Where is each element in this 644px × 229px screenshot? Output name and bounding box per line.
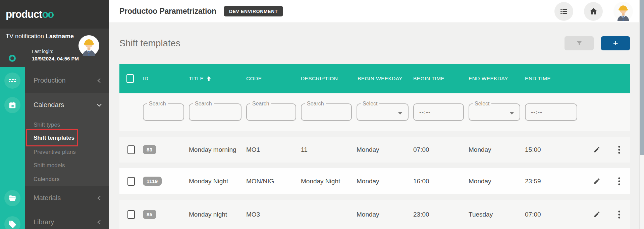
sidebar-item-library[interactable]: Library <box>34 218 54 226</box>
end-time-input[interactable] <box>526 104 577 120</box>
sidebar-item-shift-types[interactable]: Shift types <box>34 122 60 128</box>
end-weekday-select[interactable]: Select <box>469 103 520 121</box>
sidebar-item-production[interactable]: Production <box>34 77 66 84</box>
scrollbar-thumb[interactable] <box>640 0 644 155</box>
sidebar-item-calendars[interactable]: Calendars <box>34 101 64 109</box>
cell-begin-time: 16:00 <box>413 178 469 185</box>
list-menu-button[interactable] <box>554 2 573 21</box>
kebab-menu-icon <box>618 145 621 154</box>
home-icon <box>589 7 598 16</box>
page-actions: + <box>565 36 630 50</box>
column-header-end-time[interactable]: END TIME <box>525 76 582 82</box>
sort-ascending-icon <box>206 76 211 82</box>
table-filter-row: Search Search Search Search Select <box>119 93 630 131</box>
cell-end-time: 23:59 <box>525 178 582 185</box>
column-header-code[interactable]: CODE <box>246 76 301 82</box>
search-label: Search <box>147 101 168 107</box>
calendar-icon[interactable] <box>4 97 20 113</box>
column-header-description[interactable]: DESCRIPTION <box>301 76 357 82</box>
last-login-label: Last login: <box>32 49 53 54</box>
table-row[interactable]: 1119 Monday Night MON/NIG Monday Night M… <box>119 168 630 194</box>
user-lastname: Lastname <box>46 33 74 40</box>
begin-weekday-select[interactable]: Select <box>357 103 409 121</box>
column-header-id[interactable]: ID <box>143 76 189 82</box>
filter-button[interactable] <box>565 36 594 50</box>
kebab-menu-icon <box>618 210 621 219</box>
topbar-actions <box>554 2 633 21</box>
select-label: Select <box>361 101 379 107</box>
cell-end-time: 07:00 <box>525 211 582 218</box>
column-header-begin-time[interactable]: BEGIN TIME <box>413 76 469 82</box>
sidebar: productoo TV notification Lastname Last … <box>0 0 109 229</box>
row-checkbox[interactable] <box>127 210 135 219</box>
chevron-left-icon[interactable] <box>97 78 102 84</box>
title-search-field: Search <box>189 103 241 121</box>
row-menu-button[interactable] <box>616 144 622 155</box>
cell-begin-weekday: Monday <box>357 146 413 153</box>
edit-button[interactable] <box>592 176 602 186</box>
cell-begin-time: 07:00 <box>413 146 469 153</box>
pencil-icon <box>593 146 600 153</box>
sidebar-item-preventive-plans[interactable]: Preventive plans <box>34 149 76 155</box>
end-time-field <box>525 103 577 121</box>
table-row[interactable]: 85 Monday night MO3 Monday 23:00 Tuesday… <box>119 200 630 229</box>
folder-icon[interactable] <box>4 190 20 206</box>
environment-badge: DEV ENVIRONMENT <box>224 6 283 16</box>
cell-code: MO3 <box>246 211 301 218</box>
cell-description: Monday Night <box>301 178 357 185</box>
begin-time-input[interactable] <box>414 104 463 120</box>
select-all-checkbox[interactable] <box>126 74 134 83</box>
last-login-value: 10/9/2024, 04:56 PM <box>32 56 79 61</box>
profile-avatar[interactable] <box>613 2 633 21</box>
caret-down-icon <box>509 112 514 114</box>
sidebar-item-shift-templates[interactable]: Shift templates <box>34 135 74 141</box>
cell-begin-time: 23:00 <box>413 211 469 218</box>
sidebar-item-shift-models[interactable]: Shift models <box>34 162 65 169</box>
row-menu-button[interactable] <box>616 209 622 220</box>
column-header-end-weekday[interactable]: END WEEKDAY <box>469 76 525 82</box>
cell-title: Monday Night <box>189 178 246 185</box>
cell-begin-weekday: Monday <box>357 178 413 185</box>
chevron-left-icon[interactable] <box>97 195 102 201</box>
code-search-field: Search <box>246 103 296 121</box>
vertical-scrollbar[interactable] <box>639 0 644 229</box>
user-title: TV notification <box>6 33 44 40</box>
cell-end-weekday: Monday <box>469 178 525 185</box>
list-icon <box>559 7 568 16</box>
sidebar-item-materials[interactable]: Materials <box>34 194 61 202</box>
row-checkbox[interactable] <box>127 177 135 186</box>
status-ring-icon[interactable] <box>9 55 16 62</box>
plus-icon: + <box>613 39 618 47</box>
search-label: Search <box>305 101 326 107</box>
add-button[interactable]: + <box>601 36 630 50</box>
edit-button[interactable] <box>592 210 602 219</box>
cell-end-weekday: Monday <box>469 146 525 153</box>
column-header-begin-weekday[interactable]: BEGIN WEEKDAY <box>357 75 404 83</box>
cell-code: MO1 <box>246 146 301 153</box>
table-row[interactable]: 83 Monday morning MO1 11 Monday 07:00 Mo… <box>119 137 630 163</box>
edit-button[interactable] <box>592 145 602 154</box>
cell-end-weekday: Tuesday <box>469 211 525 218</box>
production-icon[interactable] <box>4 73 20 89</box>
cell-title: Monday night <box>189 211 246 218</box>
column-header-title[interactable]: TITLE <box>189 76 246 82</box>
id-badge: 83 <box>143 145 156 154</box>
row-checkbox[interactable] <box>127 145 135 154</box>
funnel-icon <box>575 39 583 47</box>
page-header: Shift templates + <box>109 23 644 64</box>
table-body: 83 Monday morning MO1 11 Monday 07:00 Mo… <box>119 131 630 229</box>
sidebar-item-calendars-sub[interactable]: Calendars <box>34 176 60 183</box>
user-avatar[interactable] <box>78 35 99 56</box>
logo[interactable]: productoo <box>0 0 109 29</box>
page-title: Shift templates <box>119 38 180 49</box>
home-button[interactable] <box>584 2 603 21</box>
row-menu-button[interactable] <box>616 176 622 187</box>
user-name: TV notification Lastname <box>6 33 74 40</box>
begin-time-field <box>413 103 464 121</box>
pencil-icon <box>593 211 600 218</box>
description-search-field: Search <box>301 103 352 121</box>
id-badge: 85 <box>143 210 156 219</box>
chevron-left-icon[interactable] <box>97 219 102 225</box>
pencil-icon <box>593 178 600 185</box>
chevron-down-icon[interactable] <box>97 102 102 108</box>
